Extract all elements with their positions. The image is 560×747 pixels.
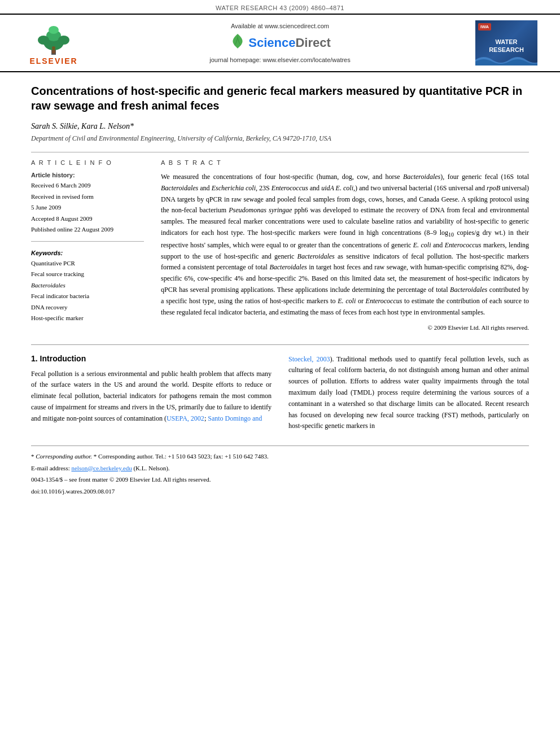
svg-point-5 <box>58 36 69 45</box>
published: Published online 22 August 2009 <box>31 225 144 234</box>
revised-date: 5 June 2009 <box>31 203 144 212</box>
email-footnote: E-mail address: nelson@ce.berkeley.edu (… <box>31 464 529 473</box>
abstract-text: We measured the concentrations of four h… <box>161 172 529 333</box>
history-label: Article history: <box>31 172 144 178</box>
keywords-label: Keywords: <box>31 250 144 256</box>
journal-homepage: journal homepage: www.elsevier.com/locat… <box>85 56 475 63</box>
revised-label: Received in revised form <box>31 192 144 202</box>
stoeckel-link[interactable]: Stoeckel, 2003 <box>288 355 330 363</box>
section-title-text: Introduction <box>40 354 86 363</box>
water-research-logo: IWA WATERRESEARCH <box>475 20 537 65</box>
article-info-abstract: A R T I C L E I N F O Article history: R… <box>31 159 529 333</box>
elsevier-tree-icon <box>31 24 76 55</box>
received-1: Received 6 March 2009 <box>31 181 144 190</box>
svg-rect-7 <box>52 49 55 54</box>
intro-right-col: Stoeckel, 2003). Traditional methods use… <box>288 354 529 433</box>
svg-point-4 <box>38 36 49 45</box>
kw-3: Fecal indicator bacteria <box>31 291 144 302</box>
footer-notes: * Corresponding author. * Corresponding … <box>31 445 529 496</box>
accepted: Accepted 8 August 2009 <box>31 214 144 224</box>
introduction-section: 1. Introduction Fecal pollution is a ser… <box>31 354 529 433</box>
abstract-label: A B S T R A C T <box>161 159 529 166</box>
elsevier-text: ELSEVIER <box>29 56 77 65</box>
divider-keywords <box>31 241 144 242</box>
center-info: Available at www.sciencedirect.com Scien… <box>85 23 475 63</box>
sd-leaf-icon <box>229 33 246 53</box>
sciencedirect-leaf-icon <box>229 33 246 50</box>
article-info-label: A R T I C L E I N F O <box>31 159 144 166</box>
iwa-badge: IWA <box>478 23 491 30</box>
corresponding-tel: * Corresponding author. Tel.: +1 510 643… <box>94 453 269 460</box>
intro-section-title: 1. Introduction <box>31 354 272 363</box>
section-number: 1. <box>31 354 38 363</box>
affiliation: Department of Civil and Environmental En… <box>31 134 529 143</box>
doi-footnote: doi:10.1016/j.watres.2009.08.017 <box>31 487 529 496</box>
email-label: E-mail address: <box>31 465 70 471</box>
issn-footnote: 0043-1354/$ – see front matter © 2009 El… <box>31 475 529 484</box>
divider-1 <box>31 152 529 152</box>
kw-0: Quantitative PCR <box>31 259 144 269</box>
svg-point-3 <box>49 26 59 34</box>
authors-text: Sarah S. Silkie, Kara L. Nelson* <box>31 122 134 130</box>
usepa-link[interactable]: USEPA, 2002 <box>167 414 204 422</box>
intro-left-col: 1. Introduction Fecal pollution is a ser… <box>31 354 272 433</box>
kw-4: DNA recovery <box>31 303 144 313</box>
article-info-col: A R T I C L E I N F O Article history: R… <box>31 159 144 333</box>
authors: Sarah S. Silkie, Kara L. Nelson* <box>31 122 529 131</box>
journal-header-text: WATER RESEARCH 43 (2009) 4860–4871 <box>216 5 344 11</box>
elsevier-logo: ELSEVIER <box>23 20 85 65</box>
kw-5: Host-specific marker <box>31 313 144 324</box>
available-text: Available at www.sciencedirect.com <box>85 23 475 29</box>
journal-header: WATER RESEARCH 43 (2009) 4860–4871 <box>0 0 560 14</box>
keywords-section: Keywords: Quantitative PCR Fecal source … <box>31 250 144 324</box>
intro-right-text: Stoeckel, 2003). Traditional methods use… <box>288 354 529 433</box>
article-content: Concentrations of host-specific and gene… <box>0 72 560 509</box>
email-link[interactable]: nelson@ce.berkeley.edu <box>71 465 132 471</box>
corresponding-label: * Corresponding author. <box>31 453 94 460</box>
water-waves-icon <box>475 51 537 65</box>
article-title: Concentrations of host-specific and gene… <box>31 84 529 113</box>
intro-divider <box>31 344 529 345</box>
corresponding-footnote: * Corresponding author. * Corresponding … <box>31 452 529 461</box>
article-history: Article history: Received 6 March 2009 R… <box>31 172 144 234</box>
sciencedirect-text: ScienceDirect <box>248 36 331 50</box>
sciencedirect-logo: ScienceDirect <box>85 33 475 53</box>
kw-1: Fecal source tracking <box>31 269 144 279</box>
abstract-copyright: © 2009 Elsevier Ltd. All rights reserved… <box>161 322 529 333</box>
abstract-col: A B S T R A C T We measured the concentr… <box>161 159 529 333</box>
kw-2: Bacteroidales <box>31 281 144 291</box>
santo-domingo-link[interactable]: Santo Domingo and <box>208 414 262 422</box>
logo-bar: ELSEVIER Available at www.sciencedirect.… <box>0 14 560 72</box>
email-suffix: (K.L. Nelson). <box>133 465 169 471</box>
intro-left-text: Fecal pollution is a serious environment… <box>31 369 272 425</box>
